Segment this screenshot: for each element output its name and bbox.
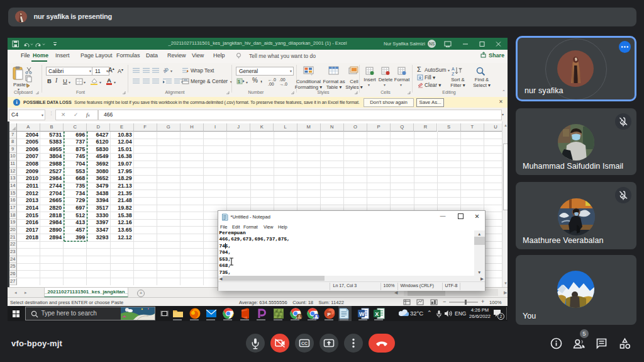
svg-text:A: A bbox=[452, 67, 455, 71]
svg-text:X: X bbox=[375, 310, 379, 317]
svg-text:$: $ bbox=[238, 79, 240, 84]
svg-text:CC: CC bbox=[301, 341, 308, 346]
svg-text:Z: Z bbox=[452, 72, 455, 76]
svg-text:P: P bbox=[328, 311, 331, 317]
svg-text:W: W bbox=[359, 310, 365, 317]
